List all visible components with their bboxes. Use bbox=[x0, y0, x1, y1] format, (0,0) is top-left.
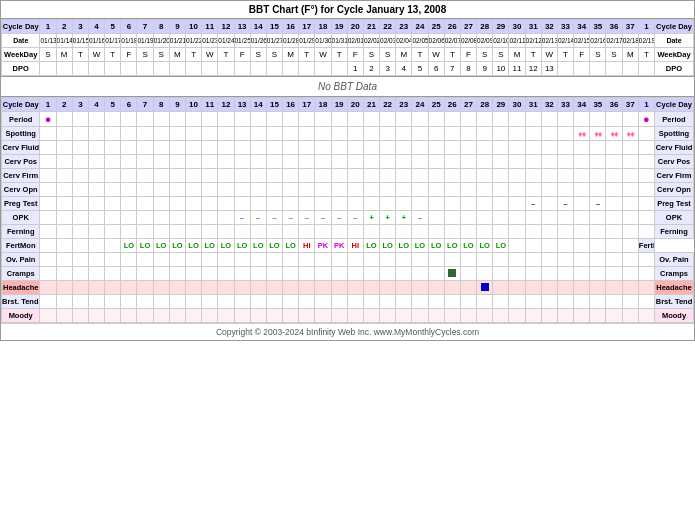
data-table: Cycle Day 12345678910 111213141516171819… bbox=[1, 97, 694, 323]
cerv-pos-row: Cerv Pos Cerv Pos bbox=[2, 155, 694, 169]
preg-test-row: Preg Test – – – Preg Test bbox=[2, 197, 694, 211]
cycle-day-row: Cycle Day 12345678910 111213141516171819… bbox=[2, 20, 694, 34]
period-dot-1: ● bbox=[45, 113, 52, 125]
headache-label-right: Headache bbox=[654, 281, 693, 295]
footer: Copyright © 2003-2024 bInfinity Web Inc.… bbox=[1, 323, 694, 340]
spotting-dots-2: ♦♦ bbox=[594, 129, 601, 139]
period-label-right: Period bbox=[654, 112, 693, 127]
cerv-fluid-row: Cerv Fluid Cerv Fluid bbox=[2, 141, 694, 155]
moody-label: Moody bbox=[2, 309, 40, 323]
weekday-row: WeekDay SMTWTFSSMT WTFSSMTWTF SSMTWTFSSM… bbox=[2, 48, 694, 62]
period-row: Period ● ● Period bbox=[2, 112, 694, 127]
spotting-dots-1: ♦♦ bbox=[578, 129, 585, 139]
spotting-row: Spotting ♦♦ ♦♦ ♦♦ ♦♦ Spotting bbox=[2, 127, 694, 141]
dpo-row: DPO 1 234567891011 1213 DPO bbox=[2, 62, 694, 76]
cerv-firm-row: Cerv Firm Cerv Firm bbox=[2, 169, 694, 183]
moody-row: Moody Moody bbox=[2, 309, 694, 323]
spotting-dots-4: ♦♦ bbox=[627, 129, 634, 139]
headache-label: Headache bbox=[2, 281, 40, 295]
opk-row: OPK – – – – – – – – + + + – OPK bbox=[2, 211, 694, 225]
cramps-indicator bbox=[448, 269, 456, 277]
bbt-top-table: Cycle Day 12345678910 111213141516171819… bbox=[1, 19, 694, 76]
main-container: BBT Chart (F°) for Cycle January 13, 200… bbox=[0, 0, 695, 341]
cramps-row: Cramps Cramps bbox=[2, 267, 694, 281]
period-dot-2: ● bbox=[643, 113, 650, 125]
headache-row: Headache Headache bbox=[2, 281, 694, 295]
period-label: Period bbox=[2, 112, 40, 127]
cycle-day-label-right: Cycle Day bbox=[654, 20, 693, 34]
headache-indicator bbox=[481, 283, 489, 291]
brst-tend-row: Brst. Tend. Brst. Tend bbox=[2, 295, 694, 309]
moody-label-right: Moody bbox=[654, 309, 693, 323]
no-bbt-banner: No BBT Data bbox=[1, 76, 694, 97]
chart-title: BBT Chart (F°) for Cycle January 13, 200… bbox=[1, 1, 694, 19]
cerv-opn-row: Cerv Opn Cerv Opn bbox=[2, 183, 694, 197]
fertmon-row: FertMon LO LO LO LO LO LO LO LO LO LO LO… bbox=[2, 239, 694, 253]
cycle-day-row-2: Cycle Day 12345678910 111213141516171819… bbox=[2, 98, 694, 112]
cycle-day-label: Cycle Day bbox=[2, 20, 40, 34]
ferning-row: Ferning Ferning bbox=[2, 225, 694, 239]
spotting-label: Spotting bbox=[2, 127, 40, 141]
spotting-dots-3: ♦♦ bbox=[610, 129, 617, 139]
ov-pain-row: Ov. Pain Ov. Pain bbox=[2, 253, 694, 267]
date-row: Date 01/1301/1401/1501/1601/1701/1801/19… bbox=[2, 34, 694, 48]
spotting-label-right: Spotting bbox=[654, 127, 693, 141]
